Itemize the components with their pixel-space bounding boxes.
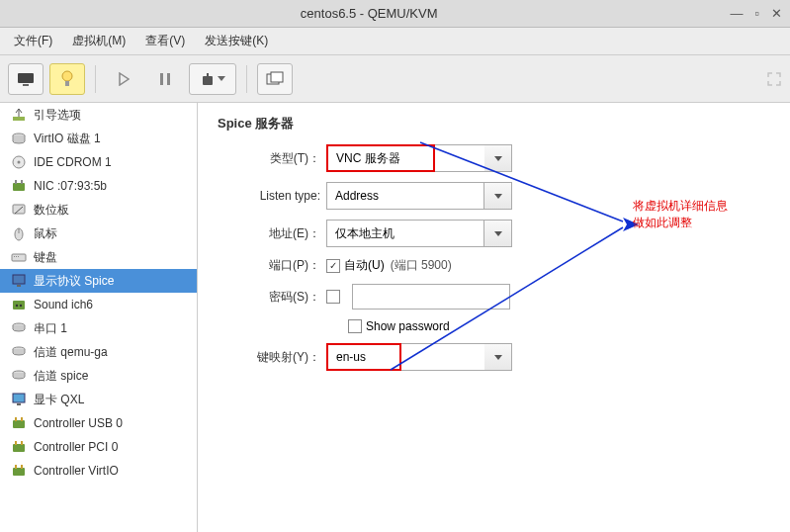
svg-rect-35 [13, 394, 25, 402]
port-auto-checkbox[interactable] [326, 259, 340, 273]
show-password-checkbox[interactable] [348, 319, 362, 333]
svg-rect-3 [65, 81, 69, 86]
row-password: 密码(S)： [218, 284, 770, 310]
sidebar-item[interactable]: 数位板 [0, 198, 197, 222]
section-title: Spice 服务器 [218, 115, 770, 133]
svg-rect-36 [17, 403, 21, 405]
svg-marker-48 [494, 231, 502, 236]
listen-type-value: Address [326, 182, 484, 210]
svg-rect-27 [13, 275, 25, 284]
sidebar-item-label: 显卡 QXL [34, 392, 84, 408]
sidebar-item[interactable]: 显示协议 Spice [0, 269, 197, 293]
sidebar-item[interactable]: 显卡 QXL [0, 388, 197, 411]
menu-vm[interactable]: 虚拟机(M) [62, 29, 135, 53]
sidebar-item[interactable]: Sound ich6 [0, 293, 197, 316]
menu-file[interactable]: 文件(F) [4, 29, 62, 53]
console-button[interactable] [8, 63, 44, 95]
power-icon [201, 72, 215, 86]
sidebar-item[interactable]: Controller USB 0 [0, 411, 197, 435]
svg-rect-17 [15, 180, 17, 184]
sidebar-item[interactable]: IDE CDROM 1 [0, 150, 197, 174]
close-button[interactable]: ✕ [771, 6, 782, 21]
channel-icon [10, 344, 28, 360]
svg-marker-49 [494, 355, 502, 360]
sidebar-item[interactable]: 信道 spice [0, 364, 197, 388]
display-icon [10, 273, 28, 289]
chevron-down-icon [494, 231, 502, 236]
sidebar-item[interactable]: 串口 1 [0, 316, 197, 340]
menu-view[interactable]: 查看(V) [135, 29, 195, 53]
minimize-button[interactable]: — [730, 6, 743, 21]
address-combo[interactable]: 仅本地主机 [326, 220, 512, 247]
password-input[interactable] [352, 284, 510, 310]
sidebar-item[interactable]: 鼠标 [0, 222, 197, 245]
video-icon [10, 392, 28, 407]
svg-rect-25 [16, 256, 17, 257]
svg-rect-6 [167, 73, 170, 85]
sidebar-item-label: Controller VirtIO [34, 464, 119, 478]
fullscreen-icon[interactable] [766, 71, 782, 87]
address-dropdown-button[interactable] [484, 220, 512, 247]
svg-point-15 [18, 161, 21, 164]
sidebar-item[interactable]: 信道 qemu-ga [0, 340, 197, 364]
label-address: 地址(E)： [218, 225, 326, 242]
hardware-sidebar[interactable]: 引导选项VirtIO 磁盘 1IDE CDROM 1NIC :07:93:5b数… [0, 103, 198, 532]
password-enable-checkbox[interactable] [326, 290, 340, 304]
svg-point-31 [20, 305, 22, 307]
row-port: 端口(P)： 自动(U) (端口 5900) [218, 257, 770, 274]
details-button[interactable] [49, 63, 85, 95]
svg-rect-28 [17, 285, 21, 287]
svg-rect-45 [21, 465, 23, 469]
sidebar-item[interactable]: 引导选项 [0, 103, 197, 127]
type-dropdown-button[interactable] [484, 144, 512, 172]
svg-rect-40 [13, 444, 25, 452]
listen-type-combo[interactable]: Address [326, 182, 512, 210]
svg-marker-46 [494, 156, 502, 161]
chevron-down-icon [494, 355, 502, 360]
sidebar-item[interactable]: NIC :07:93:5b [0, 174, 197, 198]
snapshots-button[interactable] [257, 63, 293, 95]
maximize-button[interactable]: ▫ [754, 6, 759, 21]
svg-rect-16 [13, 183, 25, 191]
row-keymap: 键映射(Y)： en-us [218, 343, 770, 371]
sidebar-item-label: 显示协议 Spice [34, 273, 114, 290]
pause-button[interactable] [147, 63, 183, 95]
svg-marker-9 [218, 76, 225, 81]
run-button[interactable] [106, 63, 141, 95]
sidebar-item-label: NIC :07:93:5b [34, 179, 107, 193]
keymap-combo[interactable]: en-us [326, 343, 512, 371]
sound-icon [10, 297, 28, 312]
svg-marker-4 [120, 73, 129, 85]
keymap-value: en-us [326, 343, 401, 371]
sidebar-item[interactable]: Controller PCI 0 [0, 435, 197, 459]
label-password: 密码(S)： [218, 289, 326, 306]
toolbar [0, 55, 790, 103]
sidebar-item[interactable]: VirtIO 磁盘 1 [0, 127, 197, 150]
svg-rect-42 [21, 441, 23, 445]
details-panel: Spice 服务器 类型(T)： VNC 服务器 Listen type: Ad… [198, 103, 790, 532]
type-combo[interactable]: VNC 服务器 [326, 144, 512, 172]
cdrom-icon [10, 154, 28, 170]
row-type: 类型(T)： VNC 服务器 [218, 144, 770, 172]
listen-type-dropdown-button[interactable] [484, 182, 512, 210]
play-icon [118, 72, 130, 86]
menu-send-keys[interactable]: 发送按键(K) [195, 29, 278, 53]
shutdown-button[interactable] [189, 63, 236, 95]
sidebar-item-label: Controller USB 0 [34, 416, 123, 430]
sidebar-item[interactable]: Controller VirtIO [0, 459, 197, 483]
disk-icon [10, 131, 28, 146]
sidebar-item-label: 信道 spice [34, 368, 88, 385]
chevron-down-icon [494, 194, 502, 199]
port-value: (端口 5900) [391, 257, 452, 274]
label-listen-type: Listen type: [218, 189, 326, 203]
svg-marker-47 [494, 194, 502, 199]
svg-point-2 [62, 71, 72, 81]
boot-icon [10, 107, 28, 123]
sidebar-item[interactable]: 键盘 [0, 245, 197, 269]
chevron-down-icon [218, 76, 225, 82]
svg-rect-41 [15, 441, 17, 445]
svg-rect-11 [271, 72, 283, 82]
svg-rect-19 [13, 205, 25, 214]
keymap-dropdown-button[interactable] [484, 343, 512, 371]
window-titlebar: centos6.5 - QEMU/KVM — ▫ ✕ [0, 0, 790, 28]
